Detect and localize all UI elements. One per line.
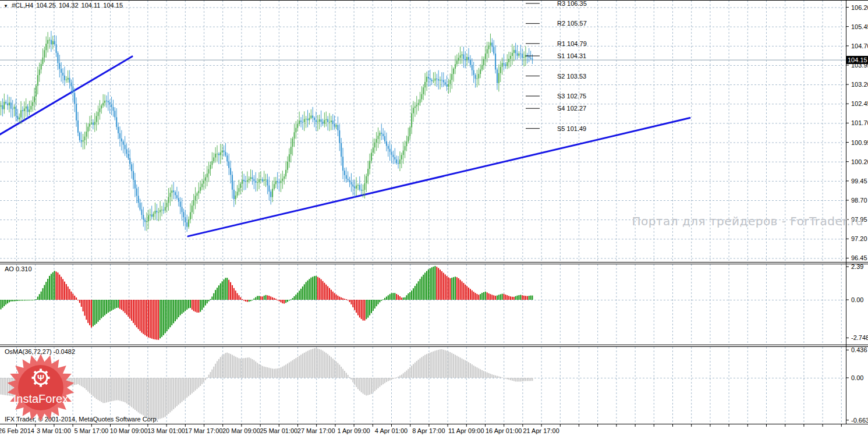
price-tick-label: 105.45 bbox=[851, 23, 868, 30]
pivot-label: S5 101.49 bbox=[557, 125, 586, 132]
ohlc-high: 104.32 bbox=[59, 2, 79, 9]
time-tick-label: 17 Mar 17:00 bbox=[185, 427, 223, 434]
price-tick-label: 100.20 bbox=[851, 158, 868, 165]
price-tick-label: 98.70 bbox=[851, 197, 867, 204]
instaforex-badge: Ψ InstaForex bbox=[2, 350, 80, 428]
time-tick-label: 27 Mar 17:00 bbox=[297, 427, 335, 434]
ao-tick-label: 2.39 bbox=[851, 263, 863, 270]
chart-title: ▼#CL,H4104.25104.32104.11104.15 bbox=[3, 2, 126, 9]
ohlc-close: 104.15 bbox=[103, 2, 123, 9]
instaforex-gear-glyph: Ψ bbox=[37, 373, 44, 382]
pivot-label: R1 104.79 bbox=[557, 40, 587, 47]
time-tick-label: 8 Apr 17:00 bbox=[412, 427, 445, 434]
ohlc-low: 104.11 bbox=[82, 2, 101, 9]
ao-tick-label: -2.748 bbox=[851, 334, 868, 341]
trendlines-layer[interactable] bbox=[0, 56, 690, 236]
ohlc-open: 104.25 bbox=[36, 2, 56, 9]
watermark: Портал для трейдеров - ForTrader.ru bbox=[632, 214, 863, 228]
osma-axis[interactable]: 0.4360.00-0.6639 bbox=[846, 346, 868, 423]
osma-tick-label: 0.436 bbox=[851, 346, 867, 353]
ao-tick-label: 0.00 bbox=[851, 296, 863, 303]
current-price-box: 104.15 bbox=[846, 56, 868, 64]
time-axis[interactable]: 26 Feb 20143 Mar 01:005 Mar 17:0010 Mar … bbox=[0, 424, 841, 434]
price-tick-label: 100.95 bbox=[851, 139, 868, 146]
time-tick-label: 13 Mar 01:00 bbox=[147, 427, 185, 434]
pivot-label: R2 105.57 bbox=[557, 20, 587, 27]
ao-axis[interactable]: 2.390.00-2.748 bbox=[846, 263, 868, 341]
pivot-label: S2 103.53 bbox=[557, 73, 586, 80]
price-tick-label: 104.70 bbox=[851, 42, 868, 49]
instaforex-badge-label: InstaForex bbox=[13, 392, 68, 405]
ao-histogram bbox=[1, 266, 533, 340]
ao-indicator-label: AO 0.310 bbox=[5, 265, 32, 272]
time-tick-label: 10 Mar 09:00 bbox=[110, 427, 148, 434]
price-tick-label: 106.20 bbox=[851, 4, 868, 11]
time-tick-label: 16 Apr 01:00 bbox=[486, 427, 522, 434]
time-tick-label: 20 Mar 09:00 bbox=[222, 427, 260, 434]
price-tick-label: 99.45 bbox=[851, 178, 867, 185]
ao-value: 0.310 bbox=[16, 265, 32, 272]
symbol-label: #CL,H4 bbox=[12, 2, 33, 9]
pivot-levels-layer: R3 106.35R2 105.57R1 104.79S1 104.31S2 1… bbox=[526, 0, 587, 132]
price-tick-label: 102.45 bbox=[851, 100, 868, 107]
time-tick-label: 25 Mar 01:00 bbox=[260, 427, 297, 434]
pivot-label: S3 102.75 bbox=[557, 93, 586, 100]
symbol-dropdown-icon[interactable]: ▼ bbox=[3, 3, 8, 9]
price-tick-label: 101.70 bbox=[851, 119, 868, 126]
chart-window: R3 106.35R2 105.57R1 104.79S1 104.31S2 1… bbox=[0, 0, 868, 436]
pivot-label: S4 102.27 bbox=[557, 105, 586, 112]
price-tick-label: 96.45 bbox=[851, 254, 867, 261]
price-tick-label: 103.20 bbox=[851, 81, 868, 88]
time-tick-label: 1 Apr 09:00 bbox=[337, 427, 370, 434]
price-tick-label: 97.20 bbox=[851, 235, 867, 242]
time-tick-label: 21 Apr 17:00 bbox=[523, 427, 559, 434]
candlesticks-layer bbox=[0, 31, 533, 232]
time-tick-label: 4 Apr 01:00 bbox=[375, 427, 408, 434]
time-tick-label: 11 Apr 09:00 bbox=[448, 427, 484, 434]
pivot-label: R3 106.35 bbox=[557, 0, 587, 7]
ao-name: AO bbox=[5, 265, 14, 272]
osma-tick-label: 0.00 bbox=[851, 374, 863, 381]
osma-tick-label: -0.6639 bbox=[851, 417, 868, 424]
pivot-label: S1 104.31 bbox=[557, 52, 586, 59]
